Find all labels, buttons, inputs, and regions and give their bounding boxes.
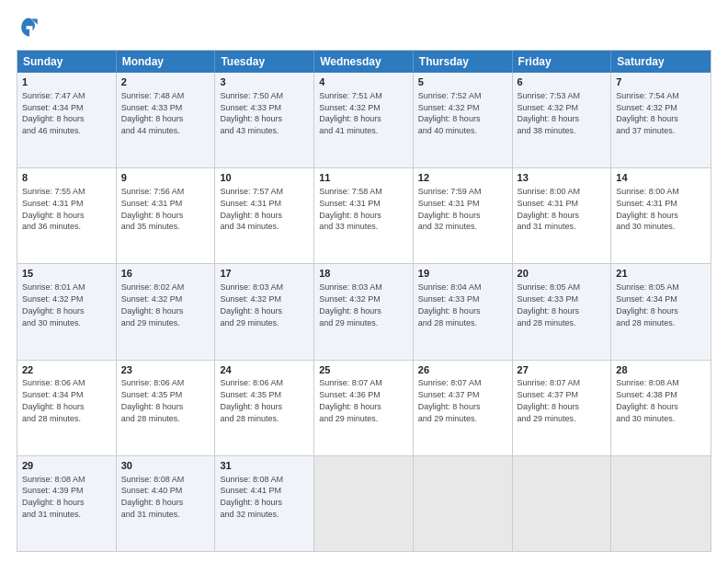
day-number: 30 bbox=[121, 459, 210, 473]
header-day-tuesday: Tuesday bbox=[215, 51, 314, 73]
week-row-4: 22Sunrise: 8:06 AMSunset: 4:34 PMDayligh… bbox=[17, 360, 711, 455]
empty-cell bbox=[314, 456, 414, 551]
day-number: 2 bbox=[121, 75, 210, 89]
cell-info: Sunrise: 8:03 AMSunset: 4:32 PMDaylight:… bbox=[220, 282, 283, 327]
day-cell-6: 6Sunrise: 7:53 AMSunset: 4:32 PMDaylight… bbox=[513, 73, 612, 167]
empty-cell bbox=[611, 456, 711, 551]
day-number: 20 bbox=[518, 267, 607, 281]
cell-info: Sunrise: 7:50 AMSunset: 4:33 PMDaylight:… bbox=[220, 91, 283, 135]
cell-info: Sunrise: 8:07 AMSunset: 4:37 PMDaylight:… bbox=[418, 378, 482, 422]
cell-info: Sunrise: 8:07 AMSunset: 4:37 PMDaylight:… bbox=[518, 378, 581, 422]
day-number: 5 bbox=[418, 75, 507, 89]
cell-info: Sunrise: 8:00 AMSunset: 4:31 PMDaylight:… bbox=[518, 187, 581, 231]
cell-info: Sunrise: 7:58 AMSunset: 4:31 PMDaylight:… bbox=[319, 187, 382, 231]
cell-info: Sunrise: 7:59 AMSunset: 4:31 PMDaylight:… bbox=[418, 187, 482, 231]
day-number: 10 bbox=[220, 171, 309, 185]
cell-info: Sunrise: 8:08 AMSunset: 4:40 PMDaylight:… bbox=[121, 475, 185, 519]
cell-info: Sunrise: 8:07 AMSunset: 4:36 PMDaylight:… bbox=[319, 378, 382, 422]
day-cell-28: 28Sunrise: 8:08 AMSunset: 4:38 PMDayligh… bbox=[611, 361, 711, 455]
day-number: 27 bbox=[518, 363, 607, 377]
day-cell-29: 29Sunrise: 8:08 AMSunset: 4:39 PMDayligh… bbox=[17, 456, 117, 551]
day-cell-24: 24Sunrise: 8:06 AMSunset: 4:35 PMDayligh… bbox=[215, 361, 314, 455]
week-row-1: 1Sunrise: 7:47 AMSunset: 4:34 PMDaylight… bbox=[17, 73, 711, 167]
cell-info: Sunrise: 8:06 AMSunset: 4:34 PMDaylight:… bbox=[22, 378, 85, 422]
day-number: 18 bbox=[319, 267, 408, 281]
day-number: 14 bbox=[616, 171, 706, 185]
cell-info: Sunrise: 8:08 AMSunset: 4:39 PMDaylight:… bbox=[22, 475, 85, 519]
empty-cell bbox=[414, 456, 513, 551]
day-cell-3: 3Sunrise: 7:50 AMSunset: 4:33 PMDaylight… bbox=[215, 73, 314, 167]
day-cell-15: 15Sunrise: 8:01 AMSunset: 4:32 PMDayligh… bbox=[17, 264, 117, 359]
cell-info: Sunrise: 8:02 AMSunset: 4:32 PMDaylight:… bbox=[121, 282, 185, 327]
cell-info: Sunrise: 8:01 AMSunset: 4:32 PMDaylight:… bbox=[22, 282, 85, 327]
header-day-wednesday: Wednesday bbox=[314, 51, 414, 73]
empty-cell bbox=[513, 456, 612, 551]
day-cell-10: 10Sunrise: 7:57 AMSunset: 4:31 PMDayligh… bbox=[215, 168, 314, 263]
header-day-saturday: Saturday bbox=[611, 51, 711, 73]
header-day-friday: Friday bbox=[513, 51, 612, 73]
cell-info: Sunrise: 7:51 AMSunset: 4:32 PMDaylight:… bbox=[319, 91, 382, 135]
day-cell-8: 8Sunrise: 7:55 AMSunset: 4:31 PMDaylight… bbox=[17, 168, 117, 263]
cell-info: Sunrise: 7:47 AMSunset: 4:34 PMDaylight:… bbox=[22, 91, 85, 135]
cell-info: Sunrise: 8:00 AMSunset: 4:31 PMDaylight:… bbox=[616, 187, 679, 231]
day-number: 25 bbox=[319, 363, 408, 377]
calendar-header: SundayMondayTuesdayWednesdayThursdayFrid… bbox=[17, 51, 711, 73]
logo-icon bbox=[17, 15, 42, 40]
day-number: 1 bbox=[22, 75, 111, 89]
day-number: 28 bbox=[616, 363, 706, 377]
day-number: 6 bbox=[518, 75, 607, 89]
header-day-monday: Monday bbox=[117, 51, 216, 73]
logo bbox=[17, 15, 46, 40]
cell-info: Sunrise: 7:48 AMSunset: 4:33 PMDaylight:… bbox=[121, 91, 185, 135]
day-cell-17: 17Sunrise: 8:03 AMSunset: 4:32 PMDayligh… bbox=[215, 264, 314, 359]
day-cell-30: 30Sunrise: 8:08 AMSunset: 4:40 PMDayligh… bbox=[117, 456, 216, 551]
header bbox=[17, 15, 711, 40]
cell-info: Sunrise: 7:54 AMSunset: 4:32 PMDaylight:… bbox=[616, 91, 679, 135]
day-cell-23: 23Sunrise: 8:06 AMSunset: 4:35 PMDayligh… bbox=[117, 361, 216, 455]
day-number: 12 bbox=[418, 171, 507, 185]
day-number: 16 bbox=[121, 267, 210, 281]
day-number: 7 bbox=[616, 75, 706, 89]
day-cell-27: 27Sunrise: 8:07 AMSunset: 4:37 PMDayligh… bbox=[513, 361, 612, 455]
day-cell-14: 14Sunrise: 8:00 AMSunset: 4:31 PMDayligh… bbox=[611, 168, 711, 263]
day-number: 13 bbox=[518, 171, 607, 185]
day-number: 4 bbox=[319, 75, 408, 89]
cell-info: Sunrise: 8:03 AMSunset: 4:32 PMDaylight:… bbox=[319, 282, 382, 327]
day-cell-20: 20Sunrise: 8:05 AMSunset: 4:33 PMDayligh… bbox=[513, 264, 612, 359]
day-cell-12: 12Sunrise: 7:59 AMSunset: 4:31 PMDayligh… bbox=[414, 168, 513, 263]
page: SundayMondayTuesdayWednesdayThursdayFrid… bbox=[0, 0, 728, 563]
day-cell-1: 1Sunrise: 7:47 AMSunset: 4:34 PMDaylight… bbox=[17, 73, 117, 167]
calendar-body: 1Sunrise: 7:47 AMSunset: 4:34 PMDaylight… bbox=[17, 73, 711, 551]
day-number: 24 bbox=[220, 363, 309, 377]
cell-info: Sunrise: 7:55 AMSunset: 4:31 PMDaylight:… bbox=[22, 187, 85, 231]
day-number: 23 bbox=[121, 363, 210, 377]
calendar: SundayMondayTuesdayWednesdayThursdayFrid… bbox=[17, 50, 711, 552]
day-number: 31 bbox=[220, 459, 309, 473]
day-number: 3 bbox=[220, 75, 309, 89]
day-cell-19: 19Sunrise: 8:04 AMSunset: 4:33 PMDayligh… bbox=[414, 264, 513, 359]
week-row-3: 15Sunrise: 8:01 AMSunset: 4:32 PMDayligh… bbox=[17, 263, 711, 359]
day-number: 21 bbox=[616, 267, 706, 281]
day-number: 8 bbox=[22, 171, 111, 185]
cell-info: Sunrise: 7:53 AMSunset: 4:32 PMDaylight:… bbox=[518, 91, 581, 135]
day-cell-9: 9Sunrise: 7:56 AMSunset: 4:31 PMDaylight… bbox=[117, 168, 216, 263]
day-cell-25: 25Sunrise: 8:07 AMSunset: 4:36 PMDayligh… bbox=[314, 361, 414, 455]
cell-info: Sunrise: 8:08 AMSunset: 4:41 PMDaylight:… bbox=[220, 475, 283, 519]
week-row-5: 29Sunrise: 8:08 AMSunset: 4:39 PMDayligh… bbox=[17, 455, 711, 551]
day-cell-11: 11Sunrise: 7:58 AMSunset: 4:31 PMDayligh… bbox=[314, 168, 414, 263]
cell-info: Sunrise: 8:04 AMSunset: 4:33 PMDaylight:… bbox=[418, 282, 482, 327]
day-cell-22: 22Sunrise: 8:06 AMSunset: 4:34 PMDayligh… bbox=[17, 361, 117, 455]
day-cell-5: 5Sunrise: 7:52 AMSunset: 4:32 PMDaylight… bbox=[414, 73, 513, 167]
day-cell-26: 26Sunrise: 8:07 AMSunset: 4:37 PMDayligh… bbox=[414, 361, 513, 455]
day-cell-21: 21Sunrise: 8:05 AMSunset: 4:34 PMDayligh… bbox=[611, 264, 711, 359]
day-cell-13: 13Sunrise: 8:00 AMSunset: 4:31 PMDayligh… bbox=[513, 168, 612, 263]
week-row-2: 8Sunrise: 7:55 AMSunset: 4:31 PMDaylight… bbox=[17, 167, 711, 263]
cell-info: Sunrise: 8:06 AMSunset: 4:35 PMDaylight:… bbox=[220, 378, 283, 422]
day-cell-2: 2Sunrise: 7:48 AMSunset: 4:33 PMDaylight… bbox=[117, 73, 216, 167]
cell-info: Sunrise: 8:05 AMSunset: 4:34 PMDaylight:… bbox=[616, 282, 679, 327]
day-number: 9 bbox=[121, 171, 210, 185]
day-number: 29 bbox=[22, 459, 111, 473]
cell-info: Sunrise: 8:08 AMSunset: 4:38 PMDaylight:… bbox=[616, 378, 679, 422]
day-number: 19 bbox=[418, 267, 507, 281]
day-number: 22 bbox=[22, 363, 111, 377]
